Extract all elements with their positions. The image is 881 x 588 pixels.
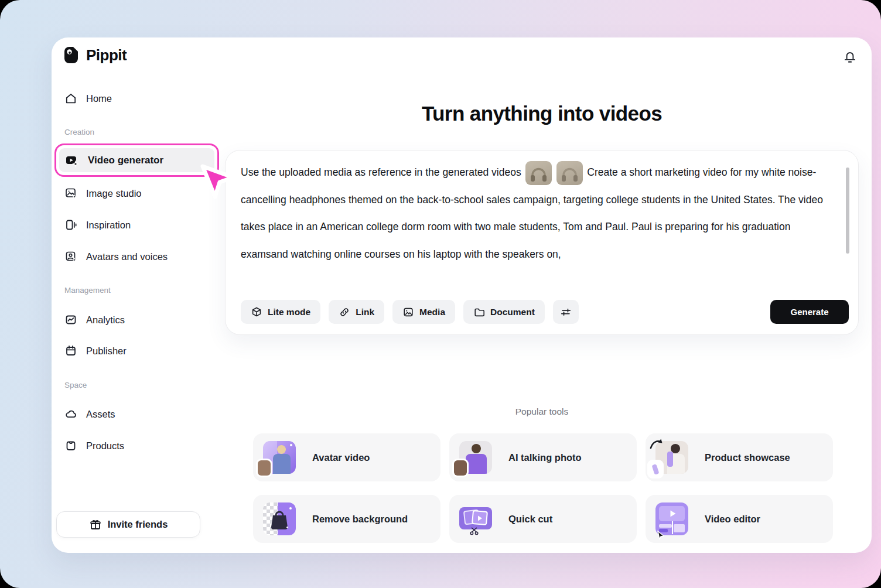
page-title: Turn anything into videos <box>225 102 859 125</box>
ai-talking-photo-thumbnail <box>459 441 492 474</box>
pippit-logo-icon <box>63 46 81 64</box>
generate-button[interactable]: Generate <box>770 300 849 324</box>
video-generator-icon <box>65 153 79 167</box>
section-label-management: Management <box>64 286 111 295</box>
tool-card-product-showcase[interactable]: Product showcase <box>646 433 833 481</box>
headphones-attachment-2[interactable] <box>556 161 583 185</box>
sidebar-item-publisher[interactable]: Publisher <box>63 342 127 360</box>
remove-background-thumbnail <box>263 502 296 535</box>
sidebar-item-assets[interactable]: Assets <box>63 405 115 423</box>
screenshot-root: Pippit Home Creation <box>0 0 881 588</box>
document-button[interactable]: Document <box>463 300 545 324</box>
tool-label: Avatar video <box>312 452 370 463</box>
pippit-logo: Pippit <box>63 46 127 64</box>
sidebar-item-products[interactable]: Products <box>63 437 124 454</box>
popular-tools-grid: Avatar video AI talking photo <box>253 433 833 543</box>
document-label: Document <box>490 307 535 317</box>
lite-mode-button[interactable]: Lite mode <box>241 300 320 324</box>
prompt-toolbar: Lite mode Link Media <box>241 300 579 324</box>
play-icon <box>476 515 483 522</box>
product-showcase-thumbnail <box>655 441 688 474</box>
highlight-annotation: Video generator <box>54 143 219 177</box>
prompt-scrollbar[interactable] <box>846 167 849 254</box>
inspiration-icon <box>64 218 77 231</box>
link-icon <box>339 306 350 318</box>
gift-icon <box>89 518 102 531</box>
sidebar-item-label: Publisher <box>86 346 127 357</box>
tool-label: Product showcase <box>705 452 790 463</box>
folder-icon <box>473 306 485 318</box>
tool-card-remove-background[interactable]: Remove background <box>253 495 440 543</box>
cube-icon <box>251 306 262 318</box>
sidebar-item-avatars-voices[interactable]: Avatars and voices <box>63 248 168 265</box>
advanced-settings-button[interactable] <box>553 300 579 324</box>
lite-mode-label: Lite mode <box>268 307 310 317</box>
sidebar-item-label: Video generator <box>88 155 163 166</box>
headphones-attachment-1[interactable] <box>525 161 552 185</box>
video-editor-thumbnail <box>655 502 688 535</box>
assets-cloud-icon <box>64 408 77 421</box>
section-label-space: Space <box>64 381 87 389</box>
app-name: Pippit <box>86 46 127 64</box>
sidebar-item-label: Analytics <box>86 314 125 326</box>
tool-label: Quick cut <box>508 514 552 525</box>
notification-bell-icon[interactable] <box>841 48 859 66</box>
sidebar-item-label: Image studio <box>86 188 141 199</box>
scissors-icon <box>470 526 479 535</box>
invite-friends-button[interactable]: Invite friends <box>56 511 200 538</box>
media-image-icon <box>402 306 414 318</box>
sidebar-item-analytics[interactable]: Analytics <box>63 311 125 329</box>
tool-card-ai-talking-photo[interactable]: AI talking photo <box>449 433 637 481</box>
tool-label: Remove background <box>312 514 408 525</box>
section-label-creation: Creation <box>64 128 94 136</box>
prompt-input[interactable]: Use the uploaded media as reference in t… <box>241 159 830 268</box>
sidebar-item-image-studio[interactable]: Image studio <box>63 184 141 202</box>
sidebar-item-label: Products <box>86 440 124 452</box>
publisher-icon <box>64 344 77 357</box>
media-label: Media <box>419 307 445 317</box>
image-studio-icon <box>64 187 77 200</box>
avatar-video-thumbnail <box>263 441 296 474</box>
analytics-icon <box>64 313 77 326</box>
popular-tools-title: Popular tools <box>225 406 859 417</box>
generate-label: Generate <box>790 307 828 317</box>
prompt-card: Use the uploaded media as reference in t… <box>225 150 859 335</box>
sliders-icon <box>560 306 572 318</box>
home-icon <box>64 92 77 105</box>
products-bag-icon <box>64 439 77 452</box>
tool-card-avatar-video[interactable]: Avatar video <box>253 433 440 481</box>
tool-card-quick-cut[interactable]: Quick cut <box>449 495 637 543</box>
tool-label: AI talking photo <box>508 452 582 463</box>
tool-label: Video editor <box>705 514 760 525</box>
sidebar-item-label: Assets <box>86 409 115 420</box>
sidebar-item-video-generator[interactable]: Video generator <box>59 148 214 172</box>
sidebar-item-label: Avatars and voices <box>86 251 168 262</box>
play-icon <box>669 510 677 518</box>
media-button[interactable]: Media <box>392 300 455 324</box>
invite-friends-label: Invite friends <box>108 519 168 530</box>
app-window: Pippit Home Creation <box>52 37 872 553</box>
sidebar-item-inspiration[interactable]: Inspiration <box>63 216 131 234</box>
cursor-pointer-icon <box>657 531 665 540</box>
link-button[interactable]: Link <box>329 300 384 324</box>
transform-arrow-icon <box>648 437 664 450</box>
sidebar: Home Creation Video generator <box>63 87 220 543</box>
sidebar-item-label: Inspiration <box>86 220 131 231</box>
quick-cut-thumbnail <box>459 502 492 535</box>
link-label: Link <box>356 307 374 317</box>
sidebar-item-label: Home <box>86 93 112 104</box>
tool-card-video-editor[interactable]: Video editor <box>646 495 833 543</box>
sidebar-item-home[interactable]: Home <box>63 90 112 107</box>
prompt-text-before: Use the uploaded media as reference in t… <box>241 166 521 178</box>
avatars-voices-icon <box>64 250 77 263</box>
